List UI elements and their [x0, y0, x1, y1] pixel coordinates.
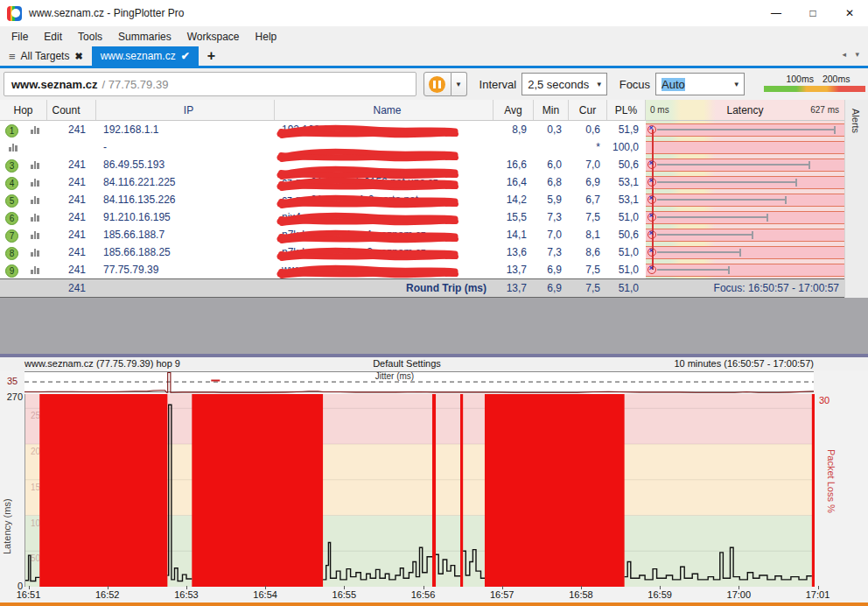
- tab-all-targets-label: All Targets: [21, 50, 70, 62]
- count-cell: 241: [47, 246, 96, 258]
- latency-cell[interactable]: [646, 156, 844, 173]
- time-tick-label: 17:01: [806, 589, 830, 600]
- hop-graph-icon[interactable]: [31, 196, 39, 204]
- menu-edit[interactable]: Edit: [36, 28, 70, 46]
- avg-cell: 13,6: [494, 246, 534, 258]
- time-tick-label: 16:56: [411, 589, 436, 600]
- cur-cell: 0,6: [569, 123, 607, 136]
- latency-loss-plot[interactable]: 250 ms200 ms150 ms100 ms50 ms: [24, 394, 814, 587]
- name-cell: n7k-ko-a-vdc-2-po3.seznam.cz: [275, 246, 494, 258]
- latency-cell[interactable]: [646, 226, 844, 243]
- hop-graph-icon[interactable]: [31, 249, 39, 257]
- col-min[interactable]: Min: [534, 100, 569, 120]
- menu-summaries[interactable]: Summaries: [110, 28, 179, 46]
- redaction-scribble: [276, 194, 458, 209]
- new-tab-button[interactable]: +: [199, 46, 224, 66]
- latency-max-tick: [834, 126, 836, 134]
- latency-avg-marker: [648, 160, 656, 169]
- tab-close-icon[interactable]: ✖: [74, 51, 82, 62]
- menu-bar: File Edit Tools Summaries Workspace Help: [0, 26, 868, 46]
- latency-cell[interactable]: [646, 261, 844, 278]
- col-latency[interactable]: 0 ms Latency 627 ms: [646, 100, 844, 120]
- legend-100ms: 100ms: [786, 74, 814, 84]
- hop-graph-icon[interactable]: [31, 161, 39, 169]
- chevron-down-icon: ▼: [730, 81, 744, 88]
- latency-cell[interactable]: [646, 243, 844, 261]
- latency-row-strip: [646, 246, 844, 259]
- time-tick-label: 17:00: [727, 589, 752, 600]
- minimize-button[interactable]: —: [758, 0, 794, 26]
- table-row[interactable]: 9 241 77.75.79.39 www.seznam.cz 13,7 6,9…: [0, 261, 844, 278]
- table-row[interactable]: 4 241 84.116.221.225 cz-prg01a-ra4-vla21…: [0, 173, 844, 191]
- time-graph[interactable]: 35 Jitter (ms) 270 0 Latency (ms) 30 Pac…: [0, 370, 868, 606]
- pause-dropdown-arrow[interactable]: ▼: [452, 72, 467, 96]
- close-button[interactable]: ✕: [831, 0, 868, 26]
- maximize-button[interactable]: □: [794, 0, 831, 26]
- table-row[interactable]: 8 241 185.66.188.25 n7k-ko-a-vdc-2-po3.s…: [0, 243, 844, 261]
- col-ip[interactable]: IP: [96, 100, 275, 120]
- focus-value: Auto: [662, 78, 685, 91]
- min-cell: 5,9: [534, 194, 569, 206]
- avg-cell: 13,7: [494, 264, 534, 276]
- latency-cell[interactable]: [646, 121, 844, 138]
- latency-cell[interactable]: [646, 191, 844, 208]
- chevron-down-icon: ▼: [592, 81, 606, 88]
- jitter-axis-title: Jitter (ms): [0, 371, 789, 381]
- tab-seznam[interactable]: www.seznam.cz ✔: [92, 46, 199, 66]
- ip-cell: 84.116.221.225: [96, 176, 275, 188]
- hop-graph-icon[interactable]: [9, 144, 18, 152]
- table-row[interactable]: - * 100,0: [0, 138, 844, 156]
- target-address-box[interactable]: www.seznam.cz / 77.75.79.39: [4, 72, 416, 96]
- latency-color-legend: 100ms 200ms: [764, 74, 864, 95]
- col-hop[interactable]: Hop: [0, 100, 47, 120]
- tab-all-targets[interactable]: ≡ All Targets ✖: [0, 46, 92, 66]
- latency-cell[interactable]: [646, 138, 844, 156]
- table-row[interactable]: 5 241 84.116.135.226 cz-prg01a-ri1-ae1-0…: [0, 191, 844, 208]
- menu-help[interactable]: Help: [248, 28, 285, 46]
- window-title: www.seznam.cz - PingPlotter Pro: [29, 7, 184, 19]
- menu-workspace[interactable]: Workspace: [179, 28, 248, 46]
- ip-cell: 185.66.188.7: [96, 229, 275, 241]
- pl-cell: 100,0: [607, 141, 646, 153]
- graph-timespan-label[interactable]: 10 minutes (16:50:57 - 17:00:57): [674, 358, 814, 369]
- table-row[interactable]: 7 241 185.66.188.7 n7k-ko-a-vdc-1-po1.se…: [0, 226, 844, 243]
- toolbar: www.seznam.cz / 77.75.79.39 ▼ Interval 2…: [0, 68, 868, 100]
- col-cur[interactable]: Cur: [569, 100, 607, 120]
- hop-number-badge: 5: [5, 194, 18, 208]
- latency-range-bar: [657, 216, 766, 218]
- latency-range-bar: [657, 199, 785, 201]
- hop-graph-icon[interactable]: [31, 126, 39, 134]
- latency-cell[interactable]: [646, 173, 844, 191]
- count-cell: 241: [47, 211, 96, 223]
- col-count[interactable]: Count: [47, 100, 96, 120]
- avg-connector-line: [652, 138, 654, 157]
- pl-cell: 51,9: [607, 123, 646, 136]
- count-cell: 241: [47, 123, 96, 136]
- col-pl[interactable]: PL%: [607, 100, 646, 120]
- menu-tools[interactable]: Tools: [70, 28, 110, 46]
- menu-file[interactable]: File: [4, 28, 36, 46]
- latency-max-tick: [808, 161, 810, 169]
- col-avg[interactable]: Avg: [494, 100, 534, 120]
- hop-graph-icon[interactable]: [31, 179, 39, 187]
- empty-area: [0, 298, 868, 354]
- graph-target-label[interactable]: www.seznam.cz (77.75.79.39) hop 9: [24, 358, 180, 369]
- hop-graph-icon[interactable]: [31, 231, 39, 239]
- hop-graph-icon[interactable]: [31, 266, 39, 274]
- col-name[interactable]: Name: [275, 100, 494, 120]
- table-row[interactable]: 1 241 192.168.1.1 192.168.1.1 8,9 0,3 0,…: [0, 121, 844, 138]
- latency-cell[interactable]: [646, 208, 844, 226]
- target-host: www.seznam.cz: [11, 78, 98, 91]
- pl-cell: 53,1: [607, 194, 646, 206]
- alerts-tab[interactable]: Alerts: [845, 103, 866, 138]
- table-row[interactable]: 6 241 91.210.16.195 nix4.seznam.cz 15,5 …: [0, 208, 844, 226]
- hop-graph-icon[interactable]: [31, 214, 39, 222]
- checkmark-icon: ✔: [181, 50, 190, 62]
- interval-select[interactable]: 2,5 seconds ▼: [522, 73, 607, 95]
- time-tick-label: 16:59: [648, 589, 672, 600]
- focus-select[interactable]: Auto ▼: [655, 73, 745, 95]
- redaction-scribble: [276, 212, 458, 227]
- pause-button[interactable]: [424, 72, 452, 96]
- tab-overflow-arrows-icon[interactable]: ◂ ▾: [842, 50, 863, 59]
- count-cell: 241: [47, 194, 96, 206]
